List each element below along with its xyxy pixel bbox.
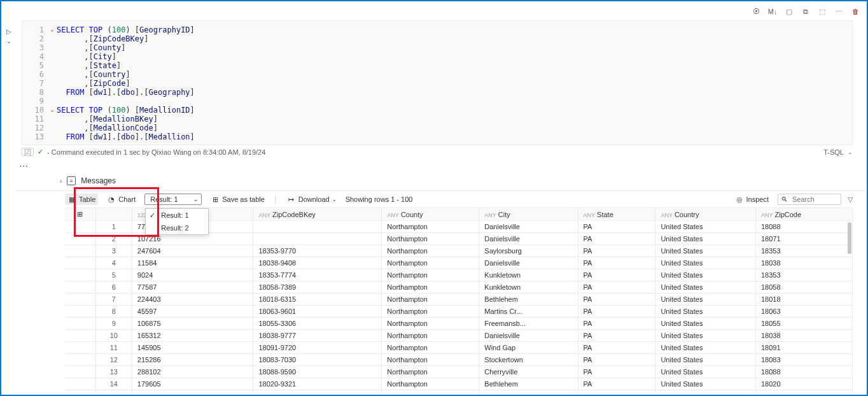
table-row[interactable]: 910687518055-3306NorthamptonFreemansb...… [65, 318, 853, 330]
column-header[interactable]: ANYCounty [382, 208, 479, 221]
table-icon: ▦ [67, 195, 76, 204]
save-as-table-button[interactable]: ⊞ Save as table [208, 194, 267, 205]
more-icon[interactable]: ⋯ [834, 6, 844, 17]
download-button[interactable]: ↦ Download ⌄ [284, 194, 339, 205]
save-icon: ⊞ [211, 195, 220, 204]
search-input[interactable] [792, 195, 837, 203]
scrollbar-thumb[interactable] [848, 222, 851, 254]
table-row[interactable]: 324760418353-9770NorthamptonSaylorsburgP… [65, 245, 853, 257]
results-toolbar: ▦ Table ◔ Chart Result: 1 ⌄ Result: 1Res… [15, 190, 865, 208]
language-label[interactable]: T-SQL [823, 148, 844, 156]
table-row[interactable]: 1114590518091-9720NorthamptonWind GapPAU… [65, 342, 853, 354]
result-dropdown-item[interactable]: Result: 1 [146, 209, 208, 222]
column-header[interactable]: ANYCity [479, 208, 578, 221]
results-table[interactable]: ⊞123GeographyIDANYZipCodeBKeyANYCountyAN… [65, 208, 853, 393]
search-icon: 🔍︎ [781, 195, 788, 203]
run-dropdown-icon[interactable]: ⌄ [6, 38, 11, 45]
cell-number-badge: [2] [22, 148, 34, 156]
run-toolbar-icon[interactable]: ▢ [784, 6, 794, 17]
column-header[interactable]: ANYState [578, 208, 655, 221]
markdown-icon[interactable]: M↓ [767, 6, 778, 17]
inspect-button[interactable]: ◎ Inspect [732, 194, 771, 205]
chevron-right-icon: › [60, 178, 62, 185]
cell-more-icon[interactable]: ⋯ [15, 159, 865, 171]
table-view-button[interactable]: ▦ Table [65, 194, 98, 205]
code-editor[interactable]: 12345678910111213 ⌄⌄ SELECT TOP (100) [G… [22, 20, 853, 145]
run-cell-icon[interactable]: ▷ [6, 28, 11, 35]
rows-info-label: Showing rows 1 - 100 [346, 195, 413, 203]
table-row[interactable]: 41158418038-9408NorthamptonDanielsvilleP… [65, 257, 853, 269]
cell-toolbar: ⦿ M↓ ▢ ⧉ ⬚ ⋯ 🗑 [15, 3, 865, 20]
table-row[interactable]: 1517033018020-5742NorthamptonFreemansb..… [65, 390, 853, 394]
column-header[interactable]: ANYZipCode [755, 208, 852, 221]
table-row[interactable]: 67758718058-7389NorthamptonKunkletownPAU… [65, 281, 853, 293]
inspect-icon: ◎ [735, 195, 744, 204]
trash-icon[interactable]: 🗑 [850, 6, 860, 17]
result-dropdown[interactable]: Result: 1 ⌄ Result: 1Result: 2 [144, 194, 202, 205]
search-box[interactable]: 🔍︎ [778, 194, 841, 205]
result-dropdown-item[interactable]: Result: 2 [146, 222, 208, 234]
clone-icon[interactable]: ⧉ [801, 6, 811, 17]
table-row[interactable]: 722440318018-6315NorthamptonBethlehemPAU… [65, 293, 853, 306]
code-content[interactable]: SELECT TOP (100) [GeographyID] ,[ZipCode… [57, 25, 852, 141]
status-bar: [2] ✓ - Command executed in 1 sec by Qix… [15, 145, 865, 159]
results-table-wrap: ⊞123GeographyIDANYZipCodeBKeyANYCountyAN… [65, 208, 853, 393]
messages-icon: ≡ [67, 176, 76, 185]
table-row[interactable]: 84559718063-9601NorthamptonMartins Cr...… [65, 306, 853, 318]
chevron-down-icon: ⌄ [193, 197, 198, 202]
result-dropdown-value: Result: 1 [150, 195, 178, 203]
line-numbers: 12345678910111213 [22, 25, 48, 141]
column-header[interactable]: ANYZipCodeBKey [253, 208, 382, 221]
messages-toggle[interactable]: › ≡ Messages [15, 171, 865, 190]
messages-label: Messages [81, 176, 116, 185]
table-row[interactable]: 5902418353-7774NorthamptonKunkletownPAUn… [65, 269, 853, 281]
table-row[interactable]: 1328810218088-9590NorthamptonCherryville… [65, 366, 853, 378]
filter-icon[interactable]: ▽ [848, 195, 853, 204]
select-all-header[interactable]: ⊞ [65, 208, 95, 221]
left-gutter: ▷ ⌄ [3, 3, 15, 393]
lock-icon[interactable]: ⬚ [817, 6, 827, 17]
download-icon: ↦ [287, 195, 296, 204]
chart-icon: ◔ [107, 195, 116, 204]
chart-view-button[interactable]: ◔ Chart [104, 194, 138, 205]
result-dropdown-menu: Result: 1Result: 2 [145, 208, 209, 235]
status-text: - Command executed in 1 sec by Qixiao Wa… [47, 148, 265, 156]
fold-gutter[interactable]: ⌄⌄ [48, 25, 57, 141]
column-header[interactable]: ANYCountry [655, 208, 756, 221]
table-row[interactable]: 1417960518020-9321NorthamptonBethlehemPA… [65, 378, 853, 390]
table-row[interactable]: 1221528618083-7030NorthamptonStockertown… [65, 354, 853, 366]
code-toggle-icon[interactable]: ⦿ [751, 6, 761, 17]
table-row[interactable]: 1016531218038-9777NorthamptonDanielsvill… [65, 330, 853, 342]
language-chevron-icon[interactable]: ⌄ [848, 149, 853, 155]
success-icon: ✓ [38, 148, 43, 156]
